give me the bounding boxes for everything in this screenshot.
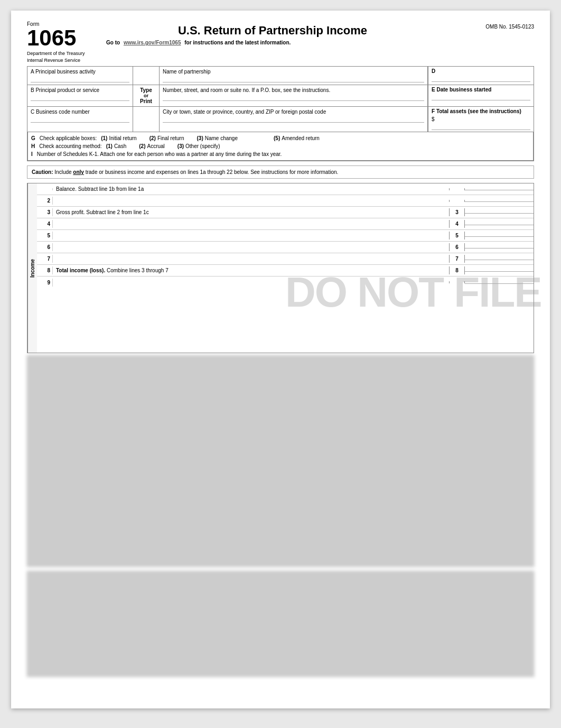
row-g-label: G [31, 135, 35, 141]
line-right-5: 5 [449, 232, 465, 239]
row-i-text: Number of Schedules K-1. Attach one for … [37, 151, 282, 157]
g-item5: (5) Amended return [274, 135, 320, 141]
field-d: D [428, 67, 534, 85]
income-section: Income DO NOT FILE Balance. Subtract lin… [27, 183, 534, 353]
h-item1-num: (1) [106, 143, 113, 149]
line-3: 3 Gross profit. Subtract line 2 from lin… [37, 207, 534, 218]
line-1c: Balance. Subtract line 1b from line 1a [37, 183, 534, 195]
line-amount-8 [465, 269, 534, 272]
h-item3-num: (3) [177, 143, 184, 149]
income-sidebar: Income [27, 183, 37, 353]
row-g-text: Check applicable boxes: [40, 135, 97, 141]
type-or-cell: Type or Print [133, 85, 160, 106]
blank-type-cell [133, 107, 160, 132]
caution-include: Include [54, 169, 71, 175]
dollar-sign: $ [432, 116, 530, 122]
g-item2-text: Final return [157, 135, 184, 141]
line-5: 5 5 [37, 230, 534, 242]
dept-info: Department of the Treasury Internal Reve… [27, 50, 96, 63]
type-label: Type [140, 87, 152, 93]
line-desc-9 [53, 281, 449, 283]
balance-text: Balance. Subtract line 1b from line 1a [56, 186, 144, 192]
line-2: 2 [37, 195, 534, 207]
line-amount-9 [465, 281, 534, 284]
income-lines: Balance. Subtract line 1b from line 1a 2 [37, 183, 534, 288]
field-a-label: A Principal business activity [31, 69, 96, 75]
omb-number: OMB No. 1545-0123 [450, 24, 534, 30]
row-i-label: I [31, 151, 33, 157]
dept-line2: Internal Revenue Service [27, 57, 96, 64]
goto-suffix: for instructions and the latest informat… [184, 40, 291, 45]
line-right-6: 6 [449, 243, 465, 251]
line-9: 9 [37, 277, 534, 288]
g-item2: (2) Final return [149, 135, 184, 141]
g-item1: (1) Initial return [101, 135, 136, 141]
income-body: Income DO NOT FILE Balance. Subtract lin… [27, 183, 534, 353]
g-item3-text: Name change [205, 135, 238, 141]
line-4: 4 4 [37, 218, 534, 230]
field-row-a-name-d: A Principal business activity Name of pa… [27, 67, 534, 85]
field-c-label: C Business code number [31, 109, 90, 115]
bottom-section-blurred [27, 571, 534, 677]
form-page: Form 1065 Department of the Treasury Int… [11, 11, 550, 708]
h-item1-text: Cash [114, 143, 126, 149]
h-item2-num: (2) [139, 143, 145, 149]
caution-box: Caution: Include only trade or business … [27, 165, 534, 179]
line-desc-8: Total income (loss). Combine lines 3 thr… [53, 266, 449, 274]
line-num-7: 7 [37, 255, 53, 263]
field-d-label: D [432, 68, 435, 74]
g-item3-num: (3) [197, 135, 203, 141]
line-desc-4 [53, 223, 449, 225]
field-city: City or town, state or province, country… [160, 107, 428, 132]
field-a: A Principal business activity [27, 67, 133, 85]
print-label: Print [140, 98, 152, 104]
form-number: 1065 [27, 25, 76, 50]
caution-label: Caution: [32, 169, 53, 175]
line-num-2: 2 [37, 197, 53, 205]
line-amount-4 [465, 223, 534, 225]
or-label: or [144, 93, 148, 98]
line-right-2 [449, 200, 465, 202]
field-address: Number, street, and room or suite no. If… [160, 85, 428, 106]
row-i: I Number of Schedules K-1. Attach one fo… [31, 150, 530, 158]
line-amount-7 [465, 257, 534, 260]
field-b-label: B Principal product or service [31, 87, 99, 93]
line-7: 7 7 [37, 253, 534, 265]
g-item5-text: Amended return [282, 135, 320, 141]
line-right-3: 3 [449, 208, 465, 216]
g-item1-text: Initial return [109, 135, 136, 141]
field-name-label: Name of partnership [163, 69, 211, 75]
g-item1-num: (1) [101, 135, 107, 141]
h-item1: (1) Cash [106, 143, 127, 149]
type-or-cell [133, 67, 160, 85]
combine-text: Combine lines 3 through 7 [107, 268, 169, 273]
line-8: 8 Total income (loss). Combine lines 3 t… [37, 265, 534, 277]
line-right-9 [449, 281, 465, 283]
h-item3-text: Other (specify) [185, 143, 220, 149]
line-desc-3: Gross profit. Subtract line 2 from line … [53, 208, 449, 216]
line-num-9: 9 [37, 279, 53, 287]
row-g: G Check applicable boxes: (1) Initial re… [31, 134, 530, 142]
line-desc-5 [53, 235, 449, 237]
field-f: F Total assets (see the instructions) $ [428, 107, 534, 132]
goto-url[interactable]: www.irs.gov/Form1065 [124, 40, 181, 45]
title-block: U.S. Return of Partnership Income Go to … [96, 21, 450, 45]
line-right-1c [449, 188, 465, 190]
field-f-label: F Total assets (see the instructions) [432, 108, 521, 114]
deductions-section-blurred [27, 355, 534, 567]
caution-only: only [73, 169, 84, 175]
h-item3: (3) Other (specify) [177, 143, 220, 149]
omb-block: OMB No. 1545-0123 [450, 21, 534, 30]
line-desc-6 [53, 246, 449, 248]
g-item3: (3) Name change [197, 135, 238, 141]
line-amount-6 [465, 246, 534, 248]
line-right-8: 8 [449, 266, 465, 274]
total-income-bold: Total income (loss). [56, 268, 105, 273]
line-amount-2 [465, 199, 534, 202]
line-desc-7 [53, 258, 449, 260]
row-h: H Check accounting method: (1) Cash (2) … [31, 142, 530, 150]
h-item2: (2) Accrual [139, 143, 165, 149]
gross-profit-text: Gross profit. Subtract line 2 from line … [56, 209, 149, 215]
line-amount-5 [465, 234, 534, 237]
field-e: E Date business started [428, 85, 534, 106]
